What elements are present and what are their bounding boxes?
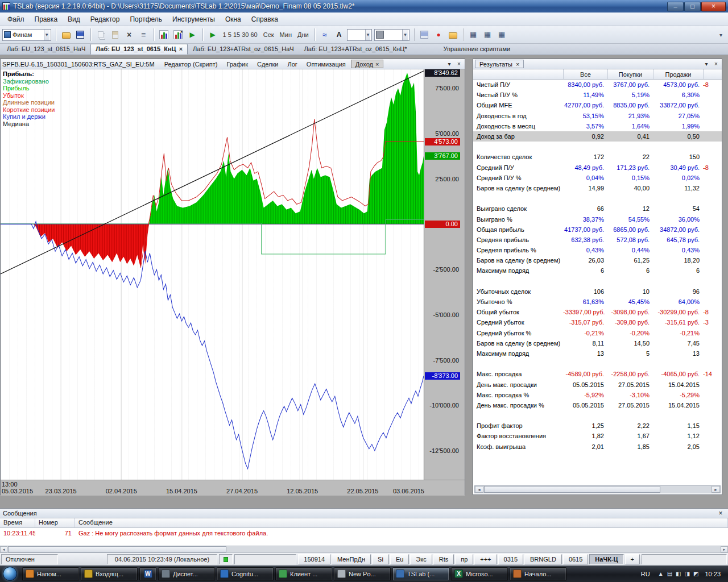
workspace-tab-3[interactable]: Лаб: EU_123+ATRst_oz_0615_КнЦ* <box>299 44 412 55</box>
font-settings-button[interactable] <box>333 28 346 41</box>
taskbar-item-4[interactable]: Cognitu... <box>217 567 274 581</box>
results-row-15[interactable]: Средняя прибыль632,38 руб.572,08 руб.645… <box>473 235 722 245</box>
results-row-7[interactable]: Количество сделок17222150 <box>473 152 722 162</box>
results-row-6[interactable] <box>473 142 722 152</box>
chart-tab-0[interactable]: Редактор (Скрипт) <box>160 60 222 68</box>
script-list-button[interactable] <box>137 28 150 41</box>
results-row-30[interactable]: Макс. просадка %-5,92%-3,10%-5,29% <box>473 390 722 400</box>
results-row-4[interactable]: Доходность в месяц3,57%1,64%1,99% <box>473 121 722 131</box>
statusbar-button-пр[interactable]: пр <box>455 554 473 564</box>
results-menu-icon[interactable]: ▾ <box>702 61 710 67</box>
results-row-2[interactable]: Общий MFE42707,00 руб.8835,00 руб.33872,… <box>473 100 722 110</box>
taskbar-item-8[interactable]: XMicroso... <box>451 567 508 581</box>
tray-icon-network[interactable]: ◨ <box>685 571 690 577</box>
menu-item-4[interactable]: Портфель <box>125 14 167 25</box>
chart-tab-2[interactable]: Сделки <box>253 60 283 68</box>
results-row-31[interactable]: День макс. просадки %05.05.201527.05.201… <box>473 400 722 410</box>
color-select[interactable]: ▾ <box>374 29 410 41</box>
results-row-11[interactable] <box>473 193 722 203</box>
taskbar-clock[interactable]: 10:23 <box>702 571 726 577</box>
results-row-20[interactable]: Убыточных сделок1061096 <box>473 286 722 297</box>
menu-item-5[interactable]: Инструменты <box>167 14 220 25</box>
messages-col-2[interactable]: Сообщение <box>75 518 728 527</box>
taskbar-item-3[interactable]: Диспет... <box>158 567 215 581</box>
statusbar-button-Eu[interactable]: Eu <box>390 554 409 564</box>
taskbar-item-7[interactable]: TSLab (... <box>392 567 449 581</box>
results-row-16[interactable]: Средняя прибыль %0,43%0,44%0,43% <box>473 245 722 255</box>
messages-close-icon[interactable]: × <box>716 509 725 517</box>
menu-item-6[interactable]: Окна <box>220 14 246 25</box>
tray-icon-display[interactable]: ▤ <box>667 571 672 577</box>
results-row-1[interactable]: Чистый П/У %11,49%5,19%6,30% <box>473 90 722 100</box>
layout-grid-1-button[interactable] <box>467 28 480 41</box>
results-row-17[interactable]: Баров на сделку (в среднем)26,0361,2518,… <box>473 255 722 265</box>
style-select[interactable]: ▾ <box>347 29 373 41</box>
statusbar-button-Si[interactable]: Si <box>372 554 389 564</box>
results-row-10[interactable]: Баров на сделку (в среднем)14,9940,0011,… <box>473 183 722 193</box>
results-row-22[interactable]: Общий убыток-33397,00 руб.-3098,00 руб.-… <box>473 307 722 317</box>
scrollbar-thumb[interactable] <box>484 486 660 493</box>
statusbar-button-НаЧК-Ц[interactable]: НаЧК-Ц <box>589 554 623 564</box>
start-button[interactable] <box>3 567 17 581</box>
taskbar-item-0[interactable]: Напом... <box>22 567 79 581</box>
record-data-button[interactable] <box>432 28 445 41</box>
save-workspace-button[interactable] <box>74 28 87 41</box>
statusbar-button-Экс[interactable]: Экс <box>410 554 432 564</box>
statusbar-button-+++[interactable]: +++ <box>474 554 497 564</box>
open-data-button[interactable] <box>446 28 460 41</box>
run-agent-button[interactable] <box>206 28 220 41</box>
results-colhead-1[interactable]: Покупки <box>607 69 653 79</box>
messages-scrollbar[interactable]: ◄ ► <box>0 546 728 552</box>
toolbar-overflow-icon[interactable]: ▾ <box>716 32 726 38</box>
results-colhead-2[interactable]: Продажи <box>653 69 703 79</box>
scroll-right-icon[interactable]: ► <box>712 486 720 493</box>
results-row-23[interactable]: Средний убыток-315,07 руб.-309,80 руб.-3… <box>473 317 722 327</box>
results-row-0[interactable]: Чистый П/У8340,00 руб.3767,00 руб.4573,0… <box>473 80 722 90</box>
statusbar-button-0315[interactable]: 0315 <box>498 554 523 564</box>
taskbar-item-9[interactable]: Начало... <box>510 567 566 581</box>
tray-icon-volume[interactable]: ◧ <box>676 571 681 577</box>
menu-item-2[interactable]: Вид <box>63 14 85 25</box>
messages-scroll-left-icon[interactable]: ◄ <box>0 546 7 552</box>
workspace-tab-2[interactable]: Лаб: EU_123+ATRst_oz_0615_НаЧ <box>188 44 299 55</box>
statusbar-button-150914[interactable]: 150914 <box>298 554 330 564</box>
results-row-28[interactable]: Макс. просадка-4589,00 руб.-2258,00 руб.… <box>473 369 722 379</box>
results-tab-close-icon[interactable]: × <box>516 61 519 68</box>
delete-button[interactable] <box>123 28 136 41</box>
statusbar-button-МенПрДн[interactable]: МенПрДн <box>332 554 371 564</box>
results-row-21[interactable]: Убыточно %61,63%45,45%64,00% <box>473 297 722 307</box>
layout-grid-2-button[interactable] <box>481 28 494 41</box>
export-chart-button[interactable] <box>172 28 185 41</box>
menu-item-1[interactable]: Правка <box>30 14 63 25</box>
workspace-tab-1[interactable]: Лаб: EU_123_st_0615_КнЦ× <box>90 44 188 55</box>
chart-tab-5[interactable]: Доход× <box>351 60 384 68</box>
results-row-32[interactable] <box>473 410 722 421</box>
workspace-tab-4[interactable]: Управление скриптами <box>439 44 515 55</box>
results-row-34[interactable]: Фактор восстановления1,821,671,12 <box>473 431 722 441</box>
chart-tab-4[interactable]: Оптимизация <box>303 60 350 68</box>
timeframe-presets[interactable]: 1 5 15 30 60 <box>221 30 260 39</box>
title-bar[interactable]: TSLab (версия 1.2.19.0:64bit) - D:\Users… <box>0 0 728 13</box>
paste-button[interactable] <box>109 28 122 41</box>
results-row-3[interactable]: Доходность в год53,15%21,93%27,05% <box>473 111 722 121</box>
workspace-tab-0[interactable]: Лаб: EU_123_st_0615_НаЧ <box>2 44 90 55</box>
results-row-24[interactable]: Средний убыток %-0,21%-0,20%-0,21% <box>473 328 722 338</box>
results-row-26[interactable]: Максимум подряд13513 <box>473 348 722 359</box>
chart-tab-1[interactable]: График <box>222 60 252 68</box>
results-row-19[interactable] <box>473 276 722 286</box>
save-data-button[interactable] <box>418 28 431 41</box>
account-select[interactable]: Финам▾ <box>2 29 51 41</box>
copy-button[interactable] <box>94 28 107 41</box>
maximize-button[interactable]: □ <box>684 2 701 11</box>
tab-close-icon[interactable]: × <box>179 45 183 52</box>
chart-tab-3[interactable]: Лог <box>283 60 301 68</box>
message-row-0[interactable]: 10:23:11.4571Gaz : Не могу распознать фо… <box>0 528 728 538</box>
panel-close-icon[interactable]: × <box>455 61 463 67</box>
results-row-5[interactable]: Доход за бар0,920,410,50 <box>473 131 722 142</box>
taskbar-item-5[interactable]: Клиент ... <box>275 567 332 581</box>
results-row-13[interactable]: Выиграно %38,37%54,55%36,00% <box>473 214 722 224</box>
minimize-button[interactable]: – <box>667 2 684 11</box>
messages-scrollbar-thumb[interactable] <box>8 546 226 552</box>
results-scrollbar[interactable]: ◄ ► <box>474 485 721 493</box>
menu-item-7[interactable]: Справка <box>246 14 283 25</box>
